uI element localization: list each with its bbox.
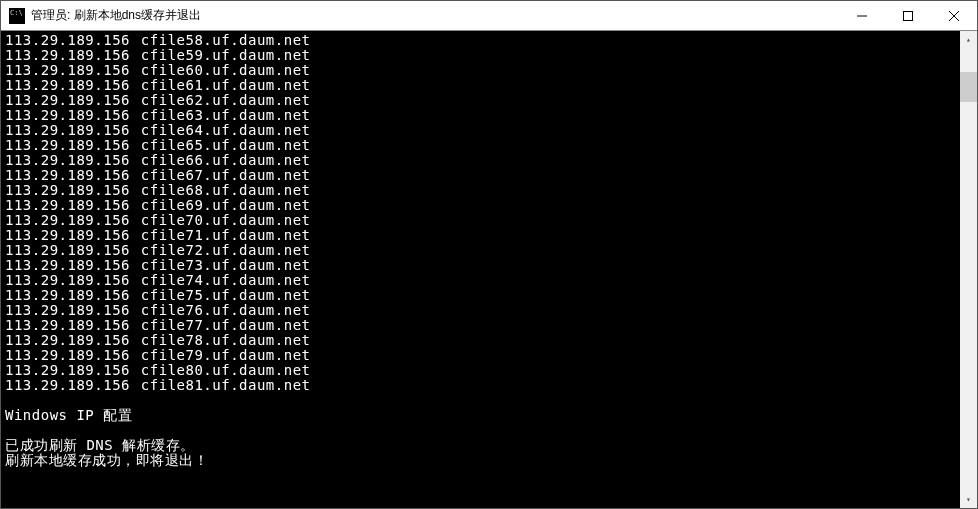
hostname: cfile66.uf.daum.net — [123, 152, 311, 168]
ip-address: 113.29.189.156 — [5, 378, 123, 393]
ip-config-heading: Windows IP 配置 — [5, 408, 960, 423]
output-line: 113.29.189.156 cfile59.uf.daum.net — [5, 48, 960, 63]
hostname: cfile72.uf.daum.net — [123, 242, 311, 258]
close-button[interactable] — [931, 1, 977, 30]
terminal-area: 113.29.189.156 cfile58.uf.daum.net113.29… — [1, 31, 977, 508]
exit-msg: 刷新本地缓存成功，即将退出！ — [5, 453, 960, 468]
maximize-button[interactable] — [885, 1, 931, 30]
ip-address: 113.29.189.156 — [5, 348, 123, 363]
hostname: cfile65.uf.daum.net — [123, 137, 311, 153]
ip-address: 113.29.189.156 — [5, 63, 123, 78]
vertical-scrollbar[interactable]: ▴ ▾ — [960, 31, 977, 508]
ip-address: 113.29.189.156 — [5, 168, 123, 183]
hostname: cfile60.uf.daum.net — [123, 62, 311, 78]
hostname: cfile71.uf.daum.net — [123, 227, 311, 243]
output-line: 113.29.189.156 cfile68.uf.daum.net — [5, 183, 960, 198]
ip-address: 113.29.189.156 — [5, 258, 123, 273]
cmd-icon — [9, 8, 25, 24]
hostname: cfile76.uf.daum.net — [123, 302, 311, 318]
ip-address: 113.29.189.156 — [5, 363, 123, 378]
output-line: 113.29.189.156 cfile78.uf.daum.net — [5, 333, 960, 348]
output-line: 113.29.189.156 cfile79.uf.daum.net — [5, 348, 960, 363]
output-line: 113.29.189.156 cfile61.uf.daum.net — [5, 78, 960, 93]
svg-rect-1 — [904, 11, 913, 20]
hostname: cfile68.uf.daum.net — [123, 182, 311, 198]
flush-success-msg: 已成功刷新 DNS 解析缓存。 — [5, 438, 960, 453]
ip-address: 113.29.189.156 — [5, 33, 123, 48]
ip-address: 113.29.189.156 — [5, 318, 123, 333]
output-line: 113.29.189.156 cfile64.uf.daum.net — [5, 123, 960, 138]
hostname: cfile59.uf.daum.net — [123, 47, 311, 63]
hostname: cfile69.uf.daum.net — [123, 197, 311, 213]
window-titlebar[interactable]: 管理员: 刷新本地dns缓存并退出 — [1, 1, 977, 31]
ip-address: 113.29.189.156 — [5, 153, 123, 168]
blank-line — [5, 393, 960, 408]
hostname: cfile77.uf.daum.net — [123, 317, 311, 333]
hostname: cfile80.uf.daum.net — [123, 362, 311, 378]
ip-address: 113.29.189.156 — [5, 123, 123, 138]
minimize-button[interactable] — [839, 1, 885, 30]
hostname: cfile64.uf.daum.net — [123, 122, 311, 138]
output-line: 113.29.189.156 cfile75.uf.daum.net — [5, 288, 960, 303]
window-controls — [839, 1, 977, 30]
ip-address: 113.29.189.156 — [5, 333, 123, 348]
output-line: 113.29.189.156 cfile80.uf.daum.net — [5, 363, 960, 378]
hostname: cfile81.uf.daum.net — [123, 377, 311, 393]
hostname: cfile61.uf.daum.net — [123, 77, 311, 93]
hostname: cfile79.uf.daum.net — [123, 347, 311, 363]
ip-address: 113.29.189.156 — [5, 48, 123, 63]
hostname: cfile75.uf.daum.net — [123, 287, 311, 303]
hostname: cfile70.uf.daum.net — [123, 212, 311, 228]
terminal-output[interactable]: 113.29.189.156 cfile58.uf.daum.net113.29… — [1, 31, 960, 508]
output-line: 113.29.189.156 cfile69.uf.daum.net — [5, 198, 960, 213]
output-line: 113.29.189.156 cfile77.uf.daum.net — [5, 318, 960, 333]
output-line: 113.29.189.156 cfile65.uf.daum.net — [5, 138, 960, 153]
ip-address: 113.29.189.156 — [5, 138, 123, 153]
output-line: 113.29.189.156 cfile62.uf.daum.net — [5, 93, 960, 108]
ip-address: 113.29.189.156 — [5, 273, 123, 288]
output-line: 113.29.189.156 cfile74.uf.daum.net — [5, 273, 960, 288]
ip-address: 113.29.189.156 — [5, 303, 123, 318]
hostname: cfile67.uf.daum.net — [123, 167, 311, 183]
ip-address: 113.29.189.156 — [5, 228, 123, 243]
hostname: cfile74.uf.daum.net — [123, 272, 311, 288]
ip-address: 113.29.189.156 — [5, 243, 123, 258]
ip-address: 113.29.189.156 — [5, 183, 123, 198]
ip-address: 113.29.189.156 — [5, 93, 123, 108]
output-line: 113.29.189.156 cfile63.uf.daum.net — [5, 108, 960, 123]
output-line: 113.29.189.156 cfile70.uf.daum.net — [5, 213, 960, 228]
hostname: cfile78.uf.daum.net — [123, 332, 311, 348]
ip-address: 113.29.189.156 — [5, 288, 123, 303]
ip-address: 113.29.189.156 — [5, 108, 123, 123]
scroll-up-arrow[interactable]: ▴ — [960, 31, 977, 48]
hostname: cfile58.uf.daum.net — [123, 32, 311, 48]
output-line: 113.29.189.156 cfile66.uf.daum.net — [5, 153, 960, 168]
scroll-track[interactable] — [960, 48, 977, 491]
output-line: 113.29.189.156 cfile71.uf.daum.net — [5, 228, 960, 243]
output-line: 113.29.189.156 cfile73.uf.daum.net — [5, 258, 960, 273]
scroll-down-arrow[interactable]: ▾ — [960, 491, 977, 508]
blank-line — [5, 423, 960, 438]
scroll-thumb[interactable] — [960, 72, 977, 102]
hostname: cfile62.uf.daum.net — [123, 92, 311, 108]
output-line: 113.29.189.156 cfile72.uf.daum.net — [5, 243, 960, 258]
output-line: 113.29.189.156 cfile81.uf.daum.net — [5, 378, 960, 393]
hostname: cfile63.uf.daum.net — [123, 107, 311, 123]
output-line: 113.29.189.156 cfile60.uf.daum.net — [5, 63, 960, 78]
output-line: 113.29.189.156 cfile58.uf.daum.net — [5, 33, 960, 48]
output-line: 113.29.189.156 cfile76.uf.daum.net — [5, 303, 960, 318]
ip-address: 113.29.189.156 — [5, 78, 123, 93]
hostname: cfile73.uf.daum.net — [123, 257, 311, 273]
ip-address: 113.29.189.156 — [5, 213, 123, 228]
ip-address: 113.29.189.156 — [5, 198, 123, 213]
output-line: 113.29.189.156 cfile67.uf.daum.net — [5, 168, 960, 183]
window-title: 管理员: 刷新本地dns缓存并退出 — [31, 7, 839, 24]
